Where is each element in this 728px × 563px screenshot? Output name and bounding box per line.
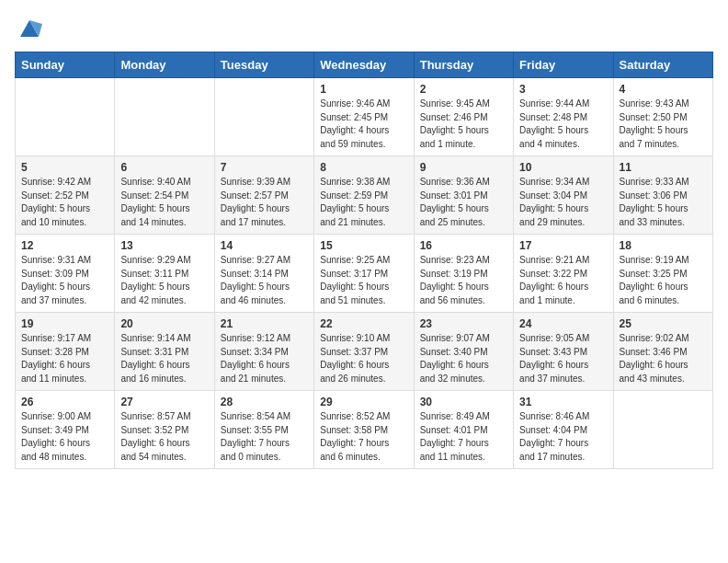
- day-number: 28: [221, 396, 308, 408]
- day-info: Sunrise: 9:42 AM Sunset: 2:52 PM Dayligh…: [21, 176, 108, 229]
- day-number: 23: [420, 317, 507, 330]
- day-info: Sunrise: 8:54 AM Sunset: 3:55 PM Dayligh…: [221, 410, 308, 464]
- day-info: Sunrise: 9:44 AM Sunset: 2:48 PM Dayligh…: [519, 98, 607, 151]
- header-thursday: Thursday: [414, 52, 513, 78]
- day-info: Sunrise: 9:25 AM Sunset: 3:17 PM Dayligh…: [320, 254, 407, 307]
- calendar-cell: 9Sunrise: 9:36 AM Sunset: 3:01 PM Daylig…: [414, 156, 513, 235]
- calendar-cell: 7Sunrise: 9:39 AM Sunset: 2:57 PM Daylig…: [214, 156, 313, 235]
- day-number: 15: [320, 239, 407, 252]
- day-info: Sunrise: 9:00 AM Sunset: 3:49 PM Dayligh…: [21, 410, 108, 464]
- day-number: 26: [21, 396, 108, 408]
- calendar-cell: 30Sunrise: 8:49 AM Sunset: 4:01 PM Dayli…: [414, 391, 513, 469]
- day-number: 31: [519, 396, 607, 408]
- day-number: 12: [21, 239, 108, 252]
- day-number: 1: [320, 83, 407, 96]
- day-number: 5: [21, 161, 108, 174]
- calendar-cell: 26Sunrise: 9:00 AM Sunset: 3:49 PM Dayli…: [16, 391, 115, 469]
- calendar-table: SundayMondayTuesdayWednesdayThursdayFrid…: [15, 52, 713, 469]
- calendar-cell: 18Sunrise: 9:19 AM Sunset: 3:25 PM Dayli…: [613, 235, 712, 313]
- calendar-cell: [214, 78, 313, 156]
- day-info: Sunrise: 9:05 AM Sunset: 3:43 PM Dayligh…: [519, 332, 607, 385]
- header-monday: Monday: [115, 52, 214, 78]
- day-info: Sunrise: 9:10 AM Sunset: 3:37 PM Dayligh…: [320, 332, 407, 385]
- day-number: 16: [420, 239, 507, 252]
- header-saturday: Saturday: [613, 52, 712, 78]
- calendar-cell: [613, 391, 712, 469]
- calendar-cell: 17Sunrise: 9:21 AM Sunset: 3:22 PM Dayli…: [514, 235, 613, 313]
- calendar-cell: 19Sunrise: 9:17 AM Sunset: 3:28 PM Dayli…: [16, 313, 115, 391]
- calendar-cell: 23Sunrise: 9:07 AM Sunset: 3:40 PM Dayli…: [414, 313, 513, 391]
- calendar-cell: 15Sunrise: 9:25 AM Sunset: 3:17 PM Dayli…: [314, 235, 414, 313]
- calendar-cell: 13Sunrise: 9:29 AM Sunset: 3:11 PM Dayli…: [115, 235, 214, 313]
- day-info: Sunrise: 9:46 AM Sunset: 2:45 PM Dayligh…: [320, 98, 407, 151]
- calendar-week-row: 12Sunrise: 9:31 AM Sunset: 3:09 PM Dayli…: [16, 235, 713, 313]
- day-info: Sunrise: 8:46 AM Sunset: 4:04 PM Dayligh…: [519, 410, 607, 464]
- calendar-cell: 12Sunrise: 9:31 AM Sunset: 3:09 PM Dayli…: [16, 235, 115, 313]
- day-number: 6: [120, 161, 208, 174]
- calendar-cell: 11Sunrise: 9:33 AM Sunset: 3:06 PM Dayli…: [613, 156, 712, 235]
- day-info: Sunrise: 9:34 AM Sunset: 3:04 PM Dayligh…: [519, 176, 607, 229]
- day-number: 18: [620, 239, 707, 252]
- header-friday: Friday: [514, 52, 613, 78]
- calendar-cell: 10Sunrise: 9:34 AM Sunset: 3:04 PM Dayli…: [514, 156, 613, 235]
- calendar-cell: [115, 78, 214, 156]
- day-info: Sunrise: 9:29 AM Sunset: 3:11 PM Dayligh…: [120, 254, 208, 307]
- calendar-cell: [16, 78, 115, 156]
- day-info: Sunrise: 9:38 AM Sunset: 2:59 PM Dayligh…: [320, 176, 407, 229]
- day-number: 2: [420, 83, 507, 96]
- day-number: 25: [620, 317, 707, 330]
- calendar-cell: 3Sunrise: 9:44 AM Sunset: 2:48 PM Daylig…: [514, 78, 613, 156]
- day-number: 24: [519, 317, 607, 330]
- day-number: 20: [120, 317, 208, 330]
- day-info: Sunrise: 9:39 AM Sunset: 2:57 PM Dayligh…: [221, 176, 308, 229]
- day-number: 13: [120, 239, 208, 252]
- calendar-week-row: 19Sunrise: 9:17 AM Sunset: 3:28 PM Dayli…: [16, 313, 713, 391]
- day-info: Sunrise: 8:49 AM Sunset: 4:01 PM Dayligh…: [420, 410, 507, 464]
- day-info: Sunrise: 8:57 AM Sunset: 3:52 PM Dayligh…: [120, 410, 208, 464]
- day-info: Sunrise: 9:27 AM Sunset: 3:14 PM Dayligh…: [221, 254, 308, 307]
- calendar-week-row: 26Sunrise: 9:00 AM Sunset: 3:49 PM Dayli…: [16, 391, 713, 469]
- header-wednesday: Wednesday: [314, 52, 414, 78]
- day-number: 22: [320, 317, 407, 330]
- calendar-cell: 1Sunrise: 9:46 AM Sunset: 2:45 PM Daylig…: [314, 78, 414, 156]
- day-info: Sunrise: 9:31 AM Sunset: 3:09 PM Dayligh…: [21, 254, 108, 307]
- calendar-cell: 22Sunrise: 9:10 AM Sunset: 3:37 PM Dayli…: [314, 313, 414, 391]
- day-info: Sunrise: 9:02 AM Sunset: 3:46 PM Dayligh…: [620, 332, 707, 385]
- calendar-cell: 28Sunrise: 8:54 AM Sunset: 3:55 PM Dayli…: [214, 391, 313, 469]
- day-number: 21: [221, 317, 308, 330]
- calendar-cell: 29Sunrise: 8:52 AM Sunset: 3:58 PM Dayli…: [314, 391, 414, 469]
- logo-icon: [17, 15, 42, 40]
- calendar-cell: 20Sunrise: 9:14 AM Sunset: 3:31 PM Dayli…: [115, 313, 214, 391]
- calendar-cell: 2Sunrise: 9:45 AM Sunset: 2:46 PM Daylig…: [414, 78, 513, 156]
- day-number: 9: [420, 161, 507, 174]
- day-number: 4: [620, 83, 707, 96]
- calendar-header-row: SundayMondayTuesdayWednesdayThursdayFrid…: [16, 52, 713, 78]
- day-number: 30: [420, 396, 507, 408]
- logo: [15, 15, 42, 40]
- day-info: Sunrise: 9:40 AM Sunset: 2:54 PM Dayligh…: [120, 176, 208, 229]
- day-number: 27: [120, 396, 208, 408]
- calendar-cell: 24Sunrise: 9:05 AM Sunset: 3:43 PM Dayli…: [514, 313, 613, 391]
- day-info: Sunrise: 9:17 AM Sunset: 3:28 PM Dayligh…: [21, 332, 108, 385]
- day-number: 17: [519, 239, 607, 252]
- day-info: Sunrise: 9:14 AM Sunset: 3:31 PM Dayligh…: [120, 332, 208, 385]
- calendar-week-row: 5Sunrise: 9:42 AM Sunset: 2:52 PM Daylig…: [16, 156, 713, 235]
- day-number: 14: [221, 239, 308, 252]
- day-info: Sunrise: 9:07 AM Sunset: 3:40 PM Dayligh…: [420, 332, 507, 385]
- day-info: Sunrise: 9:43 AM Sunset: 2:50 PM Dayligh…: [620, 98, 707, 151]
- day-info: Sunrise: 9:23 AM Sunset: 3:19 PM Dayligh…: [420, 254, 507, 307]
- day-number: 11: [620, 161, 707, 174]
- day-info: Sunrise: 9:19 AM Sunset: 3:25 PM Dayligh…: [620, 254, 707, 307]
- calendar-week-row: 1Sunrise: 9:46 AM Sunset: 2:45 PM Daylig…: [16, 78, 713, 156]
- day-info: Sunrise: 9:33 AM Sunset: 3:06 PM Dayligh…: [620, 176, 707, 229]
- header-sunday: Sunday: [16, 52, 115, 78]
- page-header: [15, 15, 713, 40]
- calendar-cell: 27Sunrise: 8:57 AM Sunset: 3:52 PM Dayli…: [115, 391, 214, 469]
- day-info: Sunrise: 8:52 AM Sunset: 3:58 PM Dayligh…: [320, 410, 407, 464]
- calendar-cell: 25Sunrise: 9:02 AM Sunset: 3:46 PM Dayli…: [613, 313, 712, 391]
- day-number: 3: [519, 83, 607, 96]
- day-number: 7: [221, 161, 308, 174]
- day-info: Sunrise: 9:21 AM Sunset: 3:22 PM Dayligh…: [519, 254, 607, 307]
- day-info: Sunrise: 9:45 AM Sunset: 2:46 PM Dayligh…: [420, 98, 507, 151]
- calendar-cell: 5Sunrise: 9:42 AM Sunset: 2:52 PM Daylig…: [16, 156, 115, 235]
